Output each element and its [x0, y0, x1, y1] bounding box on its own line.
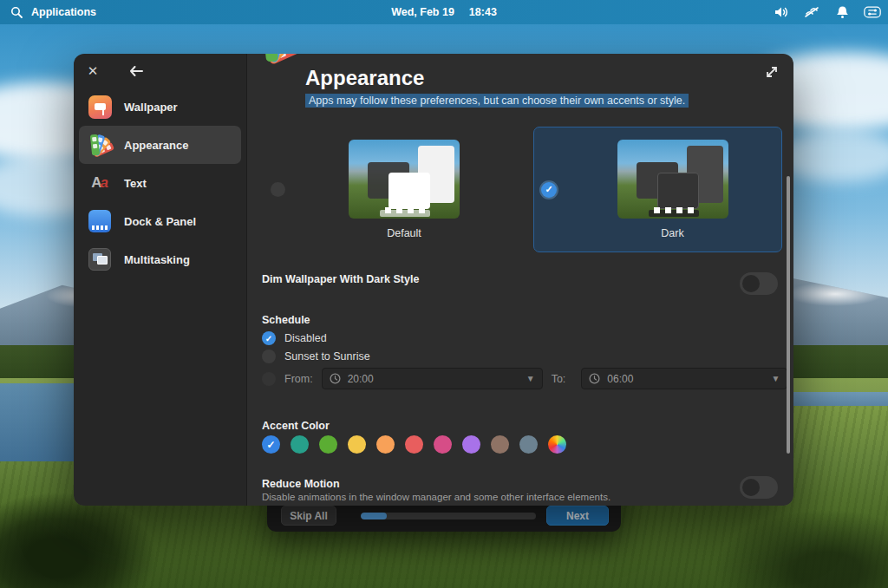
- applications-label: Applications: [31, 6, 96, 18]
- applications-menu[interactable]: Applications: [0, 3, 96, 21]
- text-icon: Aa: [87, 170, 113, 196]
- schedule-from-dropdown[interactable]: 20:00 ▼: [322, 368, 543, 389]
- accent-color-row: ✓: [262, 435, 566, 454]
- clock-icon: [330, 373, 341, 384]
- sidebar-item-appearance[interactable]: Appearance: [79, 126, 241, 164]
- sidebar-item-text[interactable]: Aa Text: [79, 164, 241, 202]
- schedule-to-dropdown[interactable]: 06:00 ▼: [581, 368, 787, 389]
- sidebar-item-label: Wallpaper: [124, 101, 178, 114]
- schedule-option-label: Sunset to Sunrise: [284, 350, 370, 363]
- from-label: From:: [284, 373, 313, 385]
- reduce-motion-toggle[interactable]: [740, 476, 778, 499]
- theme-dark-preview: [617, 140, 728, 219]
- sidebar-item-label: Text: [124, 177, 147, 190]
- close-icon[interactable]: ✕: [84, 62, 101, 80]
- system-menu-icon[interactable]: [864, 3, 881, 21]
- back-icon[interactable]: [127, 62, 145, 80]
- accent-swatch-blue[interactable]: ✓: [262, 435, 280, 454]
- accent-swatch-red[interactable]: [405, 435, 423, 454]
- wizard-action-bar: Skip All Next: [267, 501, 621, 532]
- accent-swatch-teal[interactable]: [291, 435, 309, 454]
- schedule-manual-radio[interactable]: [262, 372, 276, 386]
- volume-icon[interactable]: [773, 3, 790, 21]
- dock-panel-icon: [87, 208, 113, 234]
- multitasking-icon: [87, 246, 113, 272]
- schedule-option-label: Disabled: [284, 332, 327, 344]
- theme-default-preview: [349, 140, 460, 219]
- page-title: Appearance: [305, 66, 424, 90]
- reduce-motion-description: Disable animations in the window manager…: [262, 492, 610, 502]
- wallpaper-icon: [87, 94, 113, 120]
- wizard-progress-bar: [361, 513, 536, 519]
- sidebar-item-multitasking[interactable]: Multitasking: [79, 240, 241, 278]
- chevron-down-icon: ▼: [526, 374, 535, 383]
- appearance-icon: [87, 132, 113, 158]
- time-label: 18:43: [469, 6, 497, 18]
- sidebar-item-wallpaper[interactable]: Wallpaper: [79, 88, 241, 126]
- next-button[interactable]: Next: [546, 506, 609, 526]
- wallpaper-bush: [715, 510, 888, 588]
- system-tray: [773, 3, 881, 21]
- dim-wallpaper-label: Dim Wallpaper With Dark Style: [262, 273, 778, 285]
- sidebar-item-label: Dock & Panel: [124, 215, 196, 228]
- search-icon: [8, 3, 25, 21]
- settings-sidebar: ✕ Wallpaper Appearance Aa Text Dock & Pa…: [74, 54, 247, 506]
- accent-swatch-purple[interactable]: [462, 435, 480, 454]
- schedule-label: Schedule: [262, 314, 310, 326]
- sidebar-item-dock-panel[interactable]: Dock & Panel: [79, 202, 241, 240]
- to-label: To:: [552, 373, 566, 385]
- accent-swatch-brown[interactable]: [491, 435, 509, 454]
- expand-window-icon[interactable]: [764, 64, 780, 80]
- accent-swatch-multicolor[interactable]: [548, 435, 566, 454]
- sidebar-item-label: Appearance: [124, 139, 188, 152]
- settings-dialog: ✕ Wallpaper Appearance Aa Text Dock & Pa…: [74, 54, 793, 506]
- page-subtitle: Apps may follow these preferences, but c…: [305, 94, 689, 108]
- accent-swatch-green[interactable]: [319, 435, 337, 454]
- chevron-down-icon: ▼: [771, 374, 780, 383]
- network-offline-icon[interactable]: [803, 3, 820, 21]
- accent-swatch-slate[interactable]: [519, 435, 538, 454]
- selected-check-icon: ✓: [266, 439, 275, 451]
- accent-swatch-orange[interactable]: [376, 435, 395, 454]
- theme-label: Default: [387, 227, 421, 239]
- theme-dark-selected-check[interactable]: ✓: [541, 182, 557, 198]
- from-time-value: 20:00: [348, 373, 519, 385]
- settings-content: Appearance Apps may follow these prefere…: [247, 54, 793, 506]
- reduce-motion-label: Reduce Motion: [262, 478, 340, 490]
- wallpaper-bush: [0, 493, 156, 588]
- skip-all-button[interactable]: Skip All: [281, 506, 336, 526]
- schedule-disabled-radio[interactable]: ✓: [262, 331, 276, 345]
- sidebar-item-label: Multitasking: [124, 253, 190, 266]
- wizard-progress-fill: [361, 513, 387, 519]
- top-panel: Applications Wed, Feb 19 18:43: [0, 0, 888, 24]
- theme-label: Dark: [661, 227, 683, 239]
- schedule-sunset-radio[interactable]: [262, 350, 276, 363]
- date-label: Wed, Feb 19: [391, 6, 454, 18]
- to-time-value: 06:00: [607, 373, 764, 385]
- theme-option-default[interactable]: Default: [263, 127, 516, 252]
- accent-swatch-magenta[interactable]: [434, 435, 452, 454]
- theme-default-radio[interactable]: [271, 182, 285, 197]
- scrollbar-thumb[interactable]: [787, 176, 790, 454]
- clock[interactable]: Wed, Feb 19 18:43: [391, 6, 497, 18]
- clock-icon: [589, 373, 600, 384]
- theme-option-dark[interactable]: ✓ Dark: [533, 127, 782, 252]
- notifications-icon[interactable]: [833, 3, 851, 21]
- dim-wallpaper-toggle[interactable]: [740, 272, 778, 295]
- accent-color-label: Accent Color: [262, 420, 330, 432]
- accent-swatch-yellow[interactable]: [348, 435, 366, 454]
- theme-options: Default ✓ Dark: [247, 127, 793, 253]
